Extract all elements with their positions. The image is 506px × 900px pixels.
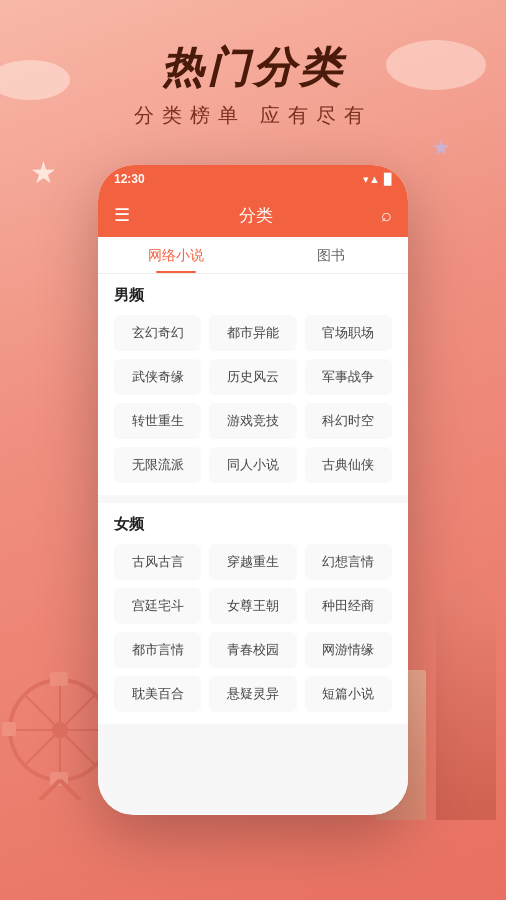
- male-section-title: 男频: [114, 286, 392, 305]
- navigation-bar: ☰ 分类 ⌕: [98, 193, 408, 237]
- category-item[interactable]: 古风古言: [114, 544, 201, 580]
- status-bar: 12:30 ▾▲ ▉: [98, 165, 408, 193]
- tab-bar: 网络小说 图书: [98, 237, 408, 274]
- category-item[interactable]: 都市异能: [209, 315, 296, 351]
- search-icon[interactable]: ⌕: [381, 205, 392, 226]
- female-section: 女频 古风古言 穿越重生 幻想言情 宫廷宅斗 女尊王朝 种田经商 都市言情 青春…: [98, 503, 408, 724]
- content-area[interactable]: 男频 玄幻奇幻 都市异能 官场职场 武侠奇缘 历史风云 军事战争 转世重生 游戏…: [98, 274, 408, 814]
- tower-decoration: [436, 600, 496, 820]
- category-item[interactable]: 玄幻奇幻: [114, 315, 201, 351]
- svg-rect-6: [50, 672, 68, 686]
- category-item[interactable]: 青春校园: [209, 632, 296, 668]
- male-section: 男频 玄幻奇幻 都市异能 官场职场 武侠奇缘 历史风云 军事战争 转世重生 游戏…: [98, 274, 408, 495]
- status-icons: ▾▲ ▉: [363, 173, 392, 186]
- main-subtitle: 分类榜单 应有尽有: [0, 102, 506, 129]
- nav-title: 分类: [239, 204, 273, 227]
- tab-network-novel[interactable]: 网络小说: [98, 237, 253, 273]
- female-category-grid: 古风古言 穿越重生 幻想言情 宫廷宅斗 女尊王朝 种田经商 都市言情 青春校园 …: [114, 544, 392, 712]
- category-item[interactable]: 官场职场: [305, 315, 392, 351]
- category-item[interactable]: 武侠奇缘: [114, 359, 201, 395]
- star-left-decoration: ★: [30, 155, 57, 190]
- header-area: 热门分类 分类榜单 应有尽有: [0, 40, 506, 129]
- category-item[interactable]: 同人小说: [209, 447, 296, 483]
- category-item[interactable]: 游戏竞技: [209, 403, 296, 439]
- tower-top: [446, 580, 486, 600]
- category-item[interactable]: 悬疑灵异: [209, 676, 296, 712]
- category-item[interactable]: 耽美百合: [114, 676, 201, 712]
- wifi-icon: ▾▲: [363, 173, 380, 186]
- category-item[interactable]: 科幻时空: [305, 403, 392, 439]
- svg-rect-8: [2, 722, 16, 736]
- category-item[interactable]: 无限流派: [114, 447, 201, 483]
- status-time: 12:30: [114, 172, 145, 186]
- category-item[interactable]: 短篇小说: [305, 676, 392, 712]
- category-item[interactable]: 种田经商: [305, 588, 392, 624]
- category-item[interactable]: 穿越重生: [209, 544, 296, 580]
- phone-frame: 12:30 ▾▲ ▉ ☰ 分类 ⌕ 网络小说 图书 男频: [98, 165, 408, 815]
- svg-line-11: [60, 780, 80, 800]
- male-category-grid: 玄幻奇幻 都市异能 官场职场 武侠奇缘 历史风云 军事战争 转世重生 游戏竞技 …: [114, 315, 392, 483]
- app-background: ★ ★ 热门分类 分类榜单 应有尽有: [0, 0, 506, 900]
- category-item[interactable]: 历史风云: [209, 359, 296, 395]
- menu-icon[interactable]: ☰: [114, 204, 130, 226]
- female-section-title: 女频: [114, 515, 392, 534]
- category-item[interactable]: 女尊王朝: [209, 588, 296, 624]
- category-item[interactable]: 网游情缘: [305, 632, 392, 668]
- category-item[interactable]: 古典仙侠: [305, 447, 392, 483]
- category-item[interactable]: 军事战争: [305, 359, 392, 395]
- category-item[interactable]: 幻想言情: [305, 544, 392, 580]
- main-title: 热门分类: [0, 40, 506, 96]
- star-right-decoration: ★: [431, 135, 451, 161]
- category-item[interactable]: 都市言情: [114, 632, 201, 668]
- category-item[interactable]: 转世重生: [114, 403, 201, 439]
- signal-icon: ▉: [384, 173, 392, 186]
- tab-books[interactable]: 图书: [253, 237, 408, 273]
- category-item[interactable]: 宫廷宅斗: [114, 588, 201, 624]
